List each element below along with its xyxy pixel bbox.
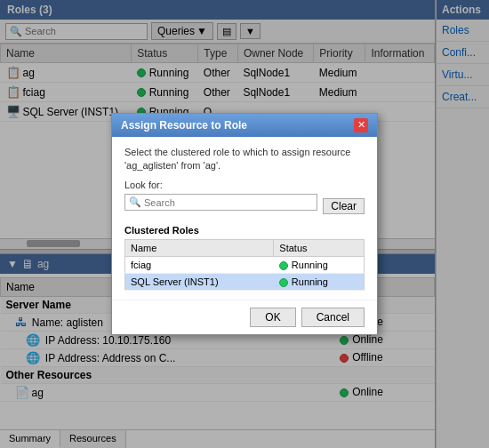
modal-col-name: Name (125, 240, 274, 257)
modal-row-name: fciag (125, 257, 274, 274)
modal-search-box[interactable]: 🔍 (124, 194, 317, 211)
modal-row-status: Running (274, 257, 365, 274)
status-dot (279, 261, 288, 270)
modal-title-bar: Assign Resource to Role ✕ (112, 114, 377, 137)
ok-button[interactable]: OK (250, 308, 295, 327)
modal-search-input[interactable] (144, 197, 313, 208)
clear-button[interactable]: Clear (323, 198, 365, 214)
modal-close-button[interactable]: ✕ (354, 118, 368, 132)
modal-table-row[interactable]: SQL Server (INST1) Running (125, 274, 365, 291)
assign-resource-modal: Assign Resource to Role ✕ Select the clu… (111, 113, 378, 336)
modal-table-row[interactable]: fciag Running (125, 257, 365, 274)
clustered-roles-table: Name Status fciag Running SQL Server (IN… (124, 239, 365, 291)
modal-body: Select the clustered role to which to as… (112, 137, 377, 300)
modal-search-icon: 🔍 (129, 196, 141, 208)
modal-row-name: SQL Server (INST1) (125, 274, 274, 291)
cancel-button[interactable]: Cancel (301, 308, 365, 327)
look-for-label: Look for: (124, 180, 365, 190)
modal-table-header: Name Status (125, 240, 365, 257)
modal-description: Select the clustered role to which to as… (124, 146, 365, 173)
clustered-roles-label: Clustered Roles (124, 225, 365, 236)
status-dot (279, 278, 288, 287)
modal-row-status: Running (274, 274, 365, 291)
modal-footer: OK Cancel (112, 300, 377, 334)
modal-col-status: Status (274, 240, 365, 257)
modal-title-label: Assign Resource to Role (121, 119, 247, 132)
modal-overlay: Assign Resource to Role ✕ Select the clu… (0, 0, 489, 448)
